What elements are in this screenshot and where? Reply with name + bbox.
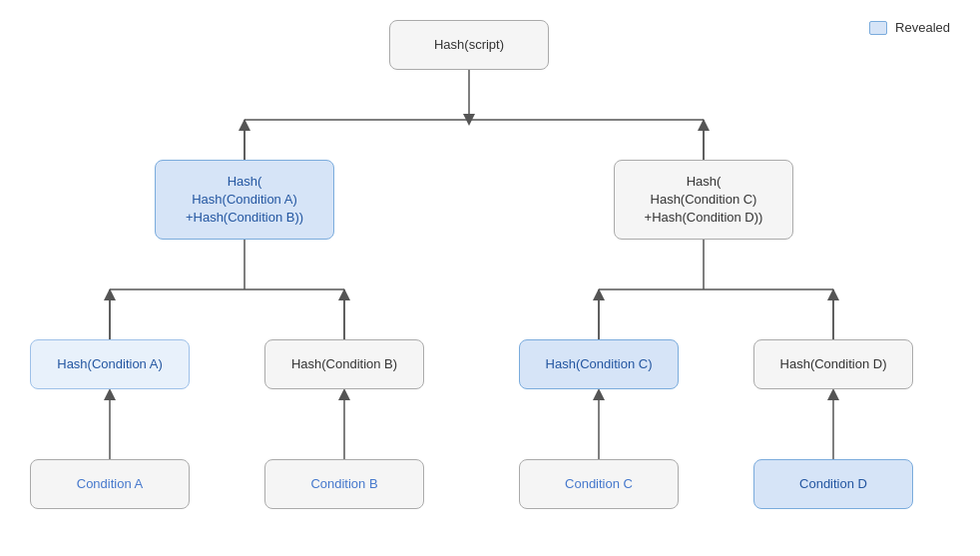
- node-cond-d: Condition D: [753, 459, 913, 509]
- node-right-mid: Hash(Hash(Condition C)+Hash(Condition D)…: [614, 160, 793, 240]
- node-cond-b: Condition B: [264, 459, 424, 509]
- node-hash-cond-d: Hash(Condition D): [753, 339, 913, 389]
- node-hash-cond-b: Hash(Condition B): [264, 339, 424, 389]
- node-root: Hash(script): [389, 20, 549, 70]
- legend-box: [869, 21, 887, 35]
- diagram-container: Revealed: [0, 0, 980, 556]
- node-cond-c: Condition C: [519, 459, 679, 509]
- node-hash-cond-c: Hash(Condition C): [519, 339, 679, 389]
- node-left-mid: Hash(Hash(Condition A)+Hash(Condition B)…: [155, 160, 334, 240]
- node-hash-cond-a: Hash(Condition A): [30, 339, 190, 389]
- legend: Revealed: [869, 20, 950, 35]
- legend-label: Revealed: [895, 20, 950, 35]
- node-cond-a: Condition A: [30, 459, 190, 509]
